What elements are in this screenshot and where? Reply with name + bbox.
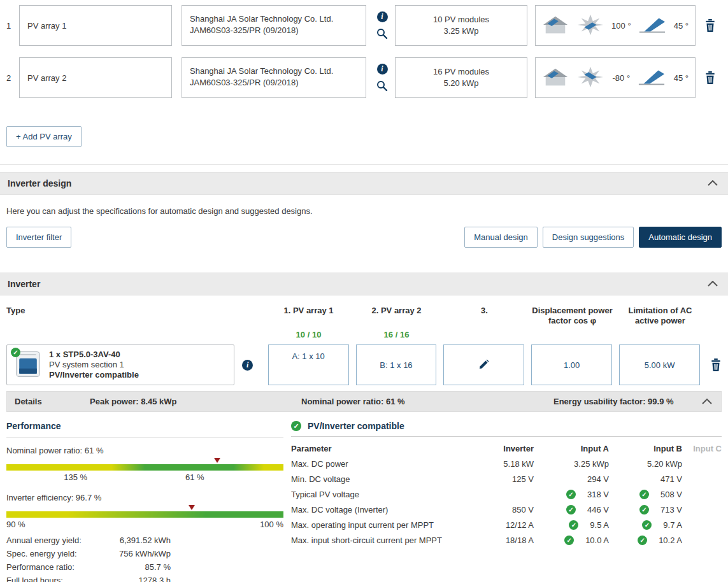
compat-inverter-value: 12/12 A	[465, 520, 534, 530]
nominal-power-ratio: Nominal power ratio: 61 %	[301, 397, 553, 406]
compat-input-a-value: 446 V	[587, 505, 609, 515]
input-c-edit-field[interactable]	[443, 344, 524, 385]
kv-row: Spec. energy yield: 756 kWh/kWp	[6, 549, 171, 558]
compat-input-b-value: 508 V	[660, 490, 682, 499]
cos-phi-field[interactable]: 1.00	[531, 344, 612, 385]
kv-label: Full load hours:	[6, 576, 63, 582]
hdr-inverter: Inverter	[465, 444, 534, 453]
automatic-design-button[interactable]: Automatic design	[639, 227, 722, 248]
pv-array-name-field	[19, 57, 172, 98]
module-count-box[interactable]: 10 PV modules 3.25 kWp	[395, 5, 527, 46]
module-count: 10 PV modules	[433, 14, 489, 25]
ok-check-icon: ✓	[569, 520, 578, 530]
ok-check-icon: ✓	[566, 505, 576, 515]
kv-label: Spec. energy yield:	[6, 549, 77, 558]
inverter-counts-row: 10 / 10 16 / 16	[6, 326, 722, 339]
module-actions: i	[373, 64, 392, 92]
compat-parameter: Max. operating input current per MPPT	[291, 520, 465, 530]
compat-parameter: Min. DC voltage	[291, 474, 465, 484]
kv-value: 756 kWh/kWp	[119, 549, 171, 558]
compat-input-b-value: 10.2 A	[659, 536, 682, 545]
compat-input-a-value: 318 V	[587, 490, 609, 499]
performance-panel: Performance Nominal power ratio: 61 % 13…	[6, 421, 283, 582]
section-title: Inverter	[8, 279, 40, 289]
info-icon[interactable]: i	[377, 11, 388, 22]
collapse-chevron-icon[interactable]	[706, 280, 719, 288]
inverter-filter-button[interactable]: Inverter filter	[6, 227, 71, 248]
compat-row: Max. DC power 5.18 kW 3.25 kWp 5.20 kWp	[291, 456, 722, 471]
search-icon[interactable]	[376, 80, 388, 92]
column-pv-array-2: 2. PV array 2	[356, 306, 437, 316]
delete-inverter-icon[interactable]	[710, 358, 722, 371]
tilt-value: 45 °	[674, 73, 689, 83]
compatible-check-icon: ✓	[11, 348, 20, 357]
inverter-design-section-header: Inverter design	[0, 172, 728, 195]
compatibility-status: PV/Inverter compatible	[49, 370, 139, 380]
compatibility-panel: ✓ PV/Inverter compatible Parameter Inver…	[291, 421, 722, 582]
module-count-box[interactable]: 16 PV modules 5.20 kWp	[395, 57, 527, 98]
delete-array-icon[interactable]	[704, 71, 716, 84]
search-icon[interactable]	[376, 28, 388, 39]
efficiency-marker-icon	[189, 505, 195, 510]
inverter-type-text: 1 x STP5.0-3AV-40 PV system section 1 PV…	[49, 350, 139, 380]
module-select-box[interactable]: Shanghai JA Solar Technology Co. Ltd. JA…	[182, 57, 366, 98]
ok-check-icon: ✓	[564, 536, 574, 545]
column-ac-limit: Limitation of AC active power	[620, 306, 701, 326]
orientation-box[interactable]: 100 ° 45 °	[535, 5, 696, 46]
compat-inverter-value: 125 V	[465, 474, 534, 484]
compat-inverter-value: 5.18 kW	[465, 459, 534, 469]
ac-limit-field[interactable]: 5.00 kW	[619, 344, 700, 385]
hdr-input-b: Input B	[609, 444, 682, 453]
add-pv-array-button[interactable]: + Add PV array	[6, 126, 82, 147]
info-icon[interactable]: i	[242, 360, 253, 371]
inverter-info: i	[234, 360, 261, 371]
plus-icon: +	[16, 132, 21, 141]
row-number: 1	[6, 21, 19, 31]
compat-inverter-value: 18/18 A	[465, 536, 534, 545]
module-actions: i	[373, 11, 392, 39]
npr-label: Nominal power ratio: 61 %	[6, 446, 283, 455]
divider	[0, 164, 728, 165]
section-title: Inverter design	[8, 178, 71, 188]
collapse-chevron-icon[interactable]	[706, 179, 719, 188]
input-b-field[interactable]: B: 1 x 16	[356, 344, 437, 385]
compat-inverter-value: 850 V	[465, 505, 534, 515]
input-a-field[interactable]: A: 1 x 10	[268, 344, 349, 385]
pv-array-name-input[interactable]	[20, 6, 171, 45]
manual-design-button[interactable]: Manual design	[464, 227, 538, 248]
roof-icon	[542, 67, 569, 89]
module-select-box[interactable]: Shanghai JA Solar Technology Co. Ltd. JA…	[182, 5, 366, 46]
delete-array-icon[interactable]	[704, 19, 716, 32]
design-mode-row: Inverter filter Manual design Design sug…	[6, 227, 722, 248]
tilt-value: 45 °	[674, 21, 689, 31]
module-count: 16 PV modules	[433, 66, 489, 78]
tilt-icon	[638, 67, 666, 89]
kv-row: Performance ratio: 85.7 %	[6, 562, 171, 572]
pencil-icon	[478, 358, 490, 372]
ok-check-icon: ✓	[639, 505, 649, 515]
hdr-input-c: Input C	[682, 444, 722, 453]
compat-parameter: Max. DC voltage (Inverter)	[291, 505, 465, 515]
row-number: 2	[6, 73, 19, 83]
azimuth-icon	[576, 66, 604, 90]
inverter-type-box[interactable]: ✓ 1 x STP5.0-3AV-40 PV system section 1 …	[6, 344, 234, 385]
info-icon[interactable]: i	[377, 64, 388, 75]
roof-icon	[542, 15, 569, 37]
inverter-table-header: Type 1. PV array 1 2. PV array 2 3. Disp…	[6, 306, 722, 326]
compat-input-b-value: 9.7 A	[663, 520, 682, 530]
compatibility-title-text: PV/Inverter compatible	[308, 421, 404, 431]
compat-parameter: Max. input short-circuit current per MPP…	[291, 536, 465, 545]
page: 1 Shanghai JA Solar Technology Co. Ltd. …	[0, 0, 728, 582]
energy-usability-factor: Energy usability factor: 99.9 %	[553, 397, 701, 406]
column-pv-array-1: 1. PV array 1	[268, 306, 349, 316]
section-description: Here you can adjust the specifications f…	[6, 206, 722, 216]
pv-system-section: PV system section 1	[49, 360, 139, 370]
pv-array-name-input[interactable]	[20, 58, 171, 97]
compat-parameter: Max. DC power	[291, 459, 465, 469]
collapse-chevron-icon[interactable]	[701, 397, 713, 406]
azimuth-value: -80 °	[613, 73, 631, 83]
npr-marker-icon	[214, 458, 220, 463]
design-suggestions-button[interactable]: Design suggestions	[543, 227, 634, 248]
ok-check-icon: ✓	[639, 490, 649, 499]
orientation-box[interactable]: -80 ° 45 °	[535, 57, 696, 98]
